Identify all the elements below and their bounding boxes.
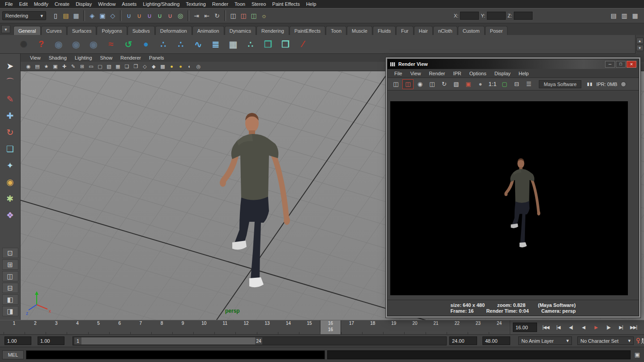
step-forward-key-button[interactable]: ▶| [615,322,627,333]
shelf-tab[interactable]: Surfaces [67,26,96,35]
universal-manipulator-icon[interactable]: ✦ [2,158,18,173]
render-view-menu-item[interactable]: Display [490,71,515,76]
2d-pan-zoom-icon[interactable]: ✚ [60,63,68,70]
character-set-dropdown[interactable]: No Character Set ▾ [577,336,634,345]
render-flipbook-icon[interactable]: ✺ [16,37,31,52]
open-scene-icon[interactable]: ▤ [61,11,71,21]
character-model[interactable] [217,110,298,298]
menu-item[interactable]: Modify [31,0,51,8]
film-gate-icon[interactable]: ▭ [87,63,95,70]
delete-history-icon[interactable]: ⁄ [295,37,311,52]
xray-icon[interactable]: ◐ [185,63,194,70]
persp-uv-layout-icon[interactable]: ◨ [2,306,18,316]
select-by-object-icon[interactable]: ▣ [98,11,107,21]
playback-start-field[interactable]: 1.00 [38,336,64,345]
menu-item[interactable]: Paint Effects [269,0,303,8]
snapshot-button[interactable]: ◉ [414,79,426,89]
move-tool-icon[interactable]: ✚ [2,108,18,123]
panel-menu-item[interactable]: Lighting [71,55,96,60]
ipr-render-icon[interactable]: ◫ [249,11,259,21]
timeline-frame-cell[interactable]: 23 [468,320,489,335]
panel-menu-item[interactable]: Show [96,55,117,60]
zoom-one-to-one-button[interactable]: 1:1 [487,79,498,89]
command-language-toggle[interactable]: MEL [2,350,24,359]
play-forwards-button[interactable]: ▶ [590,322,602,333]
shelf-tab[interactable]: Fur [396,26,414,35]
snap-to-view-plane-icon[interactable]: ∪ [165,11,175,21]
set-driven-key-icon[interactable]: ∴ [243,37,258,52]
step-back-frame-button[interactable]: ◀| [565,322,577,333]
grease-pencil-icon[interactable]: ✎ [69,63,77,70]
timeline-frame-cell[interactable]: 24 [489,320,510,335]
camera-side-icon[interactable]: ◉ [86,37,101,52]
step-forward-frame-button[interactable]: |▶ [602,322,614,333]
render-view-menu-item[interactable]: View [406,71,425,76]
shelf-tab[interactable]: Deformation [155,26,192,35]
select-tool-icon[interactable]: ➤ [2,58,18,73]
menu-item[interactable]: File [2,0,16,8]
render-current-frame-icon[interactable]: ◫ [239,11,248,21]
menu-item[interactable]: Assets [119,0,140,8]
close-button[interactable]: × [627,61,636,68]
timeline-frame-cell[interactable]: 12 [235,320,256,335]
range-start-handle[interactable]: 1 [74,337,81,345]
shelf-tab[interactable]: Custom [458,26,485,35]
shelf-tab[interactable]: Dynamics [225,26,256,35]
menu-item[interactable]: Edit [16,0,31,8]
timeline-frame-cell[interactable]: 20 [404,320,425,335]
timeline-frame-cell[interactable]: 11 [214,320,235,335]
timeline-frame-cell[interactable]: 5 [88,320,109,335]
output-connections-icon[interactable]: ⇤ [202,11,212,21]
z-coordinate-input[interactable] [514,12,533,20]
soft-modification-tool-icon[interactable]: ◉ [2,174,18,190]
input-connections-icon[interactable]: ⇥ [192,11,201,21]
shelf-tab[interactable]: Curves [41,26,67,35]
shelf-tab[interactable]: nCloth [433,26,457,35]
select-camera-icon[interactable]: ◉ [24,63,33,70]
outliner-icon[interactable]: ≣ [208,37,223,52]
minimize-button[interactable]: ─ [605,61,615,68]
menu-item[interactable]: Stereo [248,0,269,8]
select-by-hierarchy-icon[interactable]: ◈ [87,11,97,21]
new-scene-icon[interactable]: ▯ [51,11,60,21]
shelf-tab[interactable]: Poser [485,26,508,35]
menu-item[interactable]: Render [209,0,231,8]
ipr-render-button[interactable]: ◫ [426,79,438,89]
timeline-frame-cell[interactable]: 4 [67,320,88,335]
panel-menu-item[interactable]: Panels [145,55,168,60]
graph-editor-icon[interactable]: ∿ [191,37,206,52]
region-render-button[interactable]: ▢ [499,79,510,89]
scale-tool-icon[interactable]: ❏ [2,141,18,156]
render-settings-icon[interactable]: ☼ [259,11,269,21]
timeline-frame-cell[interactable]: 21 [426,320,447,335]
last-tool-icon[interactable]: ❖ [2,207,18,223]
animation-preferences-icon[interactable] [640,337,644,345]
timeline-frame-cell[interactable]: 16 16 [320,320,341,335]
go-to-end-button[interactable]: ▶▶| [627,322,640,333]
shelf-tab[interactable]: General [13,26,41,35]
shaded-mode-icon[interactable]: ◆ [149,63,158,70]
alpha-channel-button[interactable]: ● [475,79,486,89]
go-to-start-button[interactable]: |◀◀ [540,322,552,333]
render-button[interactable]: ◫ [390,79,401,89]
timeline-frame-cell[interactable]: 19 [383,320,404,335]
timeline-frame-cell[interactable]: 1 [4,320,25,335]
rgb-channels-button[interactable]: ▣ [463,79,474,89]
range-slider-track[interactable]: 1 24 [73,336,447,345]
save-scene-icon[interactable]: ▦ [71,11,81,21]
step-back-key-button[interactable]: |◀ [552,322,564,333]
single-pane-layout-icon[interactable]: ⊡ [2,248,18,258]
script-editor-icon[interactable]: ▣ [633,350,642,359]
shelf-tab-selector-icon[interactable]: ▾ [1,25,10,33]
ipr-pause-icon[interactable]: ▮▮ [587,82,593,86]
tool-settings-toggle-icon[interactable]: ▥ [619,11,629,21]
shelf-tab[interactable]: PaintEffects [290,26,326,35]
render-settings-button[interactable]: ☰ [523,79,534,89]
spreadsheet-icon[interactable]: ▦ [226,37,241,52]
rendered-image[interactable] [390,101,628,295]
shelf-tab[interactable]: Subdivs [128,26,155,35]
range-end-handle[interactable]: 24 [255,337,262,345]
shading-group-icon[interactable]: ❒ [260,37,276,52]
shelf-tab[interactable]: Muscle [347,26,372,35]
camera-persp-icon[interactable]: ◉ [51,37,66,52]
